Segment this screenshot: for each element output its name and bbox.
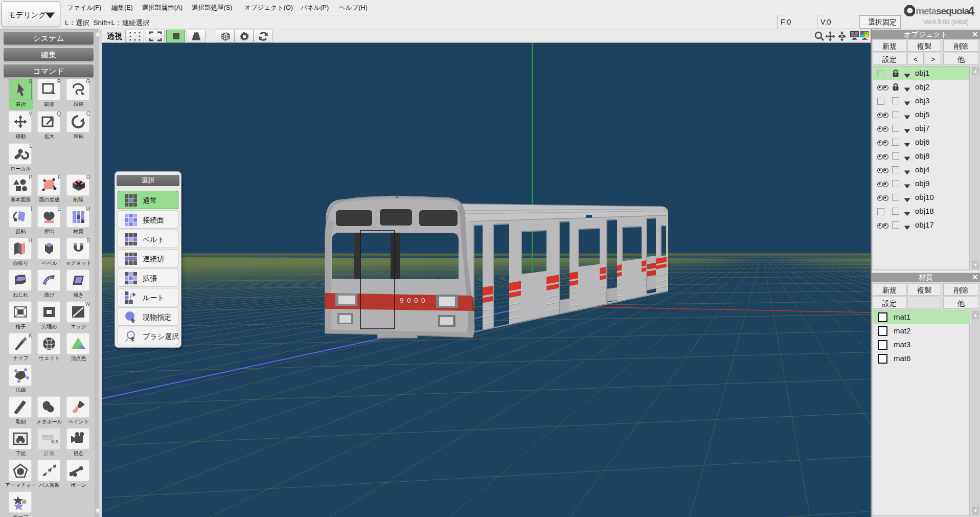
svg-text:EX: EX [51, 438, 58, 444]
svg-text:9000: 9000 [400, 297, 428, 304]
svg-text:4: 4 [968, 4, 975, 18]
svg-text:metasequoia: metasequoia [916, 6, 970, 16]
